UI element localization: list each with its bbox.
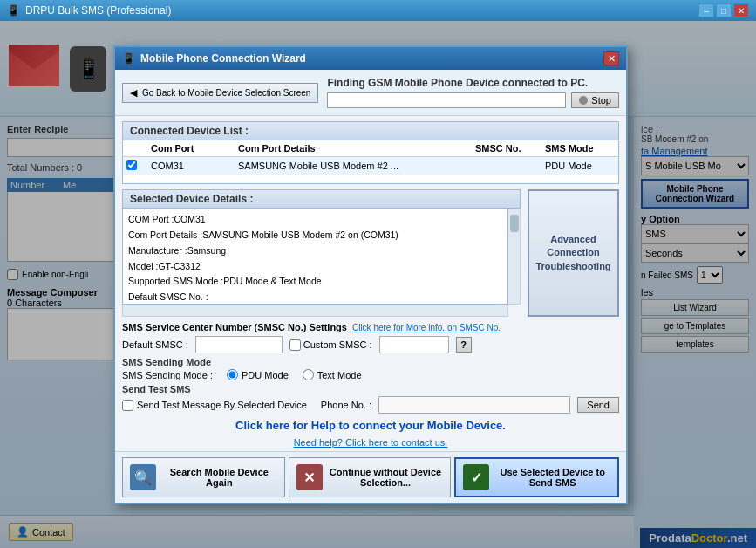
detail-section: Selected Device Details : COM Port :COM3… — [122, 189, 619, 317]
phone-label: Phone No. : — [321, 400, 371, 410]
title-bar-left: 📱 DRPU Bulk SMS (Professional) — [7, 4, 171, 17]
search-icon: 🔍 — [130, 464, 156, 490]
advanced-btn-text: Advanced Connection Troubleshooting — [535, 233, 612, 273]
phone-input[interactable] — [378, 396, 570, 414]
progress-row: Stop — [327, 92, 619, 108]
detail-box-wrap: COM Port :COM31 Com Port Details :SAMSUN… — [122, 209, 521, 305]
continue-btn-label: Continue without Device Selection... — [328, 467, 444, 488]
continue-button[interactable]: ✕ Continue without Device Selection... — [289, 457, 452, 497]
modal-title-left: 📱 Mobile Phone Connection Wizard — [122, 52, 306, 65]
table-spacer — [123, 175, 618, 183]
stop-label: Stop — [591, 95, 611, 106]
send-test-check-label: Send Test Message By Selected Device — [122, 400, 307, 411]
smsc-label: SMS Service Center Number (SMSC No.) Set… — [122, 322, 347, 332]
continue-icon: ✕ — [296, 464, 323, 490]
search-device-button[interactable]: 🔍 Search Mobile Device Again — [122, 457, 285, 497]
help-text[interactable]: Click here for Help to connect your Mobi… — [115, 414, 626, 437]
send-test-row: Send Test Message By Selected Device Pho… — [122, 396, 619, 414]
advanced-troubleshoot-button[interactable]: Advanced Connection Troubleshooting — [528, 189, 619, 317]
title-bar: 📱 DRPU Bulk SMS (Professional) – □ ✕ — [0, 0, 756, 21]
title-bar-controls: – □ ✕ — [698, 3, 749, 17]
maximize-button[interactable]: □ — [716, 3, 732, 17]
send-button[interactable]: Send — [577, 397, 619, 413]
back-btn-text: Go Back to Mobile Device Selection Scree… — [142, 87, 310, 99]
use-icon: ✓ — [463, 464, 489, 490]
row-check — [126, 160, 151, 172]
col-mode: SMS Mode — [545, 143, 615, 154]
default-smsc-label: Default SMSC : — [122, 339, 188, 350]
text-radio[interactable] — [303, 369, 314, 380]
row-details: SAMSUNG Mobile USB Modem #2 ... — [238, 161, 475, 171]
custom-smsc-input[interactable] — [379, 336, 449, 353]
app-close-button[interactable]: ✕ — [733, 3, 749, 17]
modal-close-button[interactable]: ✕ — [603, 51, 619, 65]
app-background: 📱 Enter Recipie Total Numbers : 0 Number… — [0, 21, 756, 548]
minimize-button[interactable]: – — [698, 3, 714, 17]
send-test-section: Send Test SMS Send Test Message By Selec… — [122, 384, 619, 414]
detail-left: Selected Device Details : COM Port :COM3… — [122, 189, 521, 317]
col-port: Com Port — [151, 143, 238, 154]
device-table: Com Port Com Port Details SMSC No. SMS M… — [122, 140, 619, 184]
detail-line-3: Manufacturer :Samsung — [128, 243, 502, 259]
stop-icon — [579, 96, 588, 105]
detail-line-6: Default SMSC No. : — [128, 290, 502, 305]
modal-bottom: 🔍 Search Mobile Device Again ✕ Continue … — [115, 451, 626, 503]
smsc-header-row: SMS Service Center Number (SMSC No.) Set… — [122, 322, 619, 332]
connected-list-header: Connected Device List : — [122, 121, 619, 140]
modal-top-bar: ◀ Go Back to Mobile Device Selection Scr… — [115, 70, 626, 116]
sms-mode-label: SMS Sending Mode — [122, 357, 619, 367]
custom-smsc-checkbox[interactable] — [289, 339, 301, 351]
send-test-label: Send Test SMS — [122, 384, 619, 394]
custom-smsc-check-label: Custom SMSC : — [289, 339, 372, 351]
advanced-btn-wrap: Advanced Connection Troubleshooting — [528, 189, 619, 317]
text-label: Text Mode — [317, 370, 362, 380]
radio-row: SMS Sending Mode : PDU Mode Text Mode — [122, 369, 619, 380]
question-button[interactable]: ? — [456, 337, 472, 353]
app-icon: 📱 — [7, 4, 20, 17]
text-radio-label: Text Mode — [303, 369, 362, 380]
send-test-check-text: Send Test Message By Selected Device — [137, 400, 307, 410]
scroll-thumb-v — [510, 215, 519, 232]
modal-title-icon: 📱 — [122, 52, 135, 65]
row-mode: PDU Mode — [545, 161, 615, 171]
default-smsc-input[interactable] — [195, 336, 283, 353]
col-details: Com Port Details — [238, 143, 475, 154]
custom-smsc-label: Custom SMSC : — [303, 339, 372, 350]
sms-mode-section: SMS Sending Mode SMS Sending Mode : PDU … — [122, 357, 619, 380]
pdu-radio[interactable] — [227, 369, 238, 380]
pdu-label: PDU Mode — [242, 370, 289, 380]
use-btn-label: Use Selected Device to Send SMS — [494, 467, 610, 488]
detail-line-2: Com Port Details :SAMSUNG Mobile USB Mod… — [128, 228, 502, 243]
device-row: COM31 SAMSUNG Mobile USB Modem #2 ... PD… — [123, 157, 618, 175]
back-icon: ◀ — [130, 87, 137, 99]
modal-dialog: 📱 Mobile Phone Connection Wizard ✕ ◀ Go … — [113, 45, 628, 504]
smsc-link[interactable]: Click here for More info. on SMSC No. — [352, 323, 501, 332]
pdu-radio-label: PDU Mode — [227, 369, 289, 380]
finding-section: Finding GSM Mobile Phone Device connecte… — [327, 77, 619, 108]
sms-mode-field-label: SMS Sending Mode : — [122, 370, 213, 380]
detail-box: COM Port :COM31 Com Port Details :SAMSUN… — [122, 209, 508, 305]
device-table-header: Com Port Com Port Details SMSC No. SMS M… — [123, 140, 618, 157]
app-title: DRPU Bulk SMS (Professional) — [25, 4, 171, 17]
back-button[interactable]: ◀ Go Back to Mobile Device Selection Scr… — [122, 83, 318, 103]
scroll-h[interactable] — [122, 305, 508, 317]
smsc-section: SMS Service Center Number (SMSC No.) Set… — [122, 322, 619, 353]
device-checkbox[interactable] — [126, 160, 137, 170]
send-test-checkbox[interactable] — [122, 400, 133, 411]
col-smsc: SMSC No. — [475, 143, 545, 154]
finding-text: Finding GSM Mobile Phone Device connecte… — [327, 77, 619, 89]
scroll-v[interactable] — [508, 209, 521, 305]
col-check — [126, 143, 151, 154]
use-device-button[interactable]: ✓ Use Selected Device to Send SMS — [454, 457, 619, 497]
stop-button[interactable]: Stop — [571, 92, 619, 108]
smsc-row: Default SMSC : Custom SMSC : ? — [122, 336, 619, 353]
contact-link[interactable]: Need help? Click here to contact us. — [115, 437, 626, 451]
row-port: COM31 — [151, 161, 238, 171]
selected-device-header: Selected Device Details : — [122, 189, 521, 209]
modal-titlebar: 📱 Mobile Phone Connection Wizard ✕ — [115, 47, 626, 70]
detail-line-5: Supported SMS Mode :PDU Mode & Text Mode — [128, 274, 502, 290]
progress-bar — [327, 92, 566, 108]
detail-line-4: Model :GT-C3312 — [128, 259, 502, 275]
modal-title: Mobile Phone Connection Wizard — [140, 52, 306, 65]
search-btn-label: Search Mobile Device Again — [161, 467, 277, 488]
